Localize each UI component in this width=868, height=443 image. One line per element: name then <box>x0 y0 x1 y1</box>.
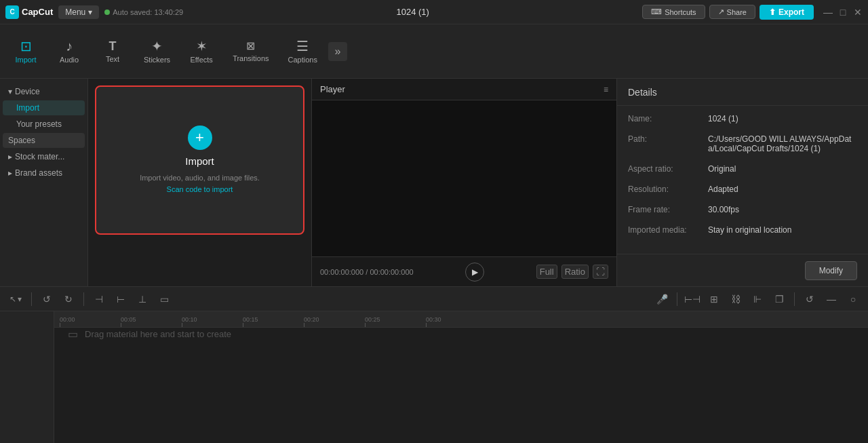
ruler-tick-4 <box>304 323 304 327</box>
play-icon: ▶ <box>472 267 478 277</box>
split-button[interactable]: ⊥ <box>133 290 152 309</box>
captions-icon: ☰ <box>296 39 309 53</box>
ruler-mark-6: 00:30 <box>426 316 487 327</box>
split-right-button[interactable]: ⊢ <box>111 290 130 309</box>
player-viewport <box>312 100 616 256</box>
logo: C CapCut <box>5 5 53 19</box>
modify-button[interactable]: Modify <box>805 261 857 280</box>
toolbar-effects[interactable]: ✶ Effects <box>181 34 222 69</box>
import-label: Import <box>15 56 36 64</box>
detail-framerate-row: Frame rate: 30.00fps <box>628 205 857 214</box>
sidebar-item-stock[interactable]: ▸ Stock mater... <box>3 149 85 164</box>
export-button[interactable]: ⬆ Export <box>760 5 814 20</box>
timeline-tool-minus[interactable]: — <box>822 290 841 309</box>
details-header: Details <box>617 79 868 106</box>
delete-button[interactable]: ▭ <box>155 290 174 309</box>
import-drop-zone[interactable]: + Import Import video, audio, and image … <box>95 85 304 235</box>
detail-resolution-value: Adapted <box>708 185 857 194</box>
sidebar-presets-label: Your presets <box>16 119 62 129</box>
toolbar-stickers[interactable]: ✦ Stickers <box>136 34 178 69</box>
text-icon: T <box>109 40 117 52</box>
sidebar-item-import[interactable]: Import <box>3 100 85 115</box>
timeline-tool-circle[interactable]: ○ <box>844 290 863 309</box>
drag-hint: ▭ Drag material here and start to create <box>68 328 231 341</box>
effects-label: Effects <box>190 56 212 64</box>
autosave-status: Auto saved: 13:40:29 <box>104 8 183 16</box>
share-button[interactable]: ↗ Share <box>709 5 755 19</box>
play-button[interactable]: ▶ <box>465 263 484 282</box>
detail-imported-label: Imported media: <box>628 225 703 235</box>
text-label: Text <box>106 55 119 63</box>
close-button[interactable]: ✕ <box>853 7 863 17</box>
ruler-mark-2: 00:10 <box>182 316 243 327</box>
export-icon: ⬆ <box>769 7 776 17</box>
audio-icon: ♪ <box>66 39 73 53</box>
sidebar-item-spaces[interactable]: Spaces <box>3 133 85 148</box>
stock-arrow-icon: ▸ <box>8 152 12 161</box>
timeline-tool-2[interactable]: ⊞ <box>705 290 724 309</box>
player-time-display: 00:00:00:000 / 00:00:00:000 <box>320 268 414 276</box>
shortcuts-button[interactable]: ⌨ Shortcuts <box>642 5 705 19</box>
player-btn-group: Full Ratio ⛶ <box>536 265 608 279</box>
toolbar-audio[interactable]: ♪ Audio <box>49 34 90 69</box>
import-title: Import <box>185 155 214 167</box>
titlebar: C CapCut Menu ▾ Auto saved: 13:40:29 102… <box>0 0 868 24</box>
timeline-tool-undo[interactable]: ↺ <box>800 290 819 309</box>
player-menu-icon[interactable]: ≡ <box>604 85 608 94</box>
detail-name-label: Name: <box>628 114 703 123</box>
sidebar: ▾ Device Import Your presets Spaces ▸ St… <box>0 79 88 286</box>
ruler-tick-6 <box>426 323 427 327</box>
menu-button[interactable]: Menu ▾ <box>58 5 99 19</box>
capcut-logo-icon: C <box>5 5 19 19</box>
toolbar-import[interactable]: ⊡ Import <box>5 34 46 69</box>
toolbar-divider-2 <box>83 292 84 306</box>
sidebar-item-device[interactable]: ▾ Device <box>3 84 85 99</box>
ratio-label[interactable]: Ratio <box>561 265 589 279</box>
detail-path-row: Path: C:/Users/GOOD WILL ALWAYS/AppData/… <box>628 134 857 153</box>
redo-button[interactable]: ↻ <box>59 290 78 309</box>
detail-path-value: C:/Users/GOOD WILL ALWAYS/AppData/Local/… <box>708 134 857 153</box>
more-tools-icon: » <box>334 45 340 58</box>
sidebar-spaces-label: Spaces <box>8 136 35 145</box>
timeline-tool-1[interactable]: ⊢⊣ <box>683 290 702 309</box>
timeline-tool-5[interactable]: ❐ <box>770 290 789 309</box>
maximize-button[interactable]: □ <box>838 7 848 17</box>
stickers-icon: ✦ <box>151 39 163 53</box>
timeline-tool-3[interactable]: ⛓ <box>726 290 745 309</box>
select-icon: ↖ <box>9 294 16 304</box>
ruler-mark-5: 00:25 <box>365 316 426 327</box>
select-tool[interactable]: ↖ ▾ <box>5 293 26 305</box>
timeline-drop-area[interactable]: ▭ Drag material here and start to create <box>54 328 868 341</box>
main-toolbar: ⊡ Import ♪ Audio T Text ✦ Stickers ✶ Eff… <box>0 24 868 79</box>
menu-label: Menu <box>65 7 85 17</box>
mic-button[interactable]: 🎤 <box>652 290 671 309</box>
ruler-tick-2 <box>182 323 182 327</box>
details-body: Name: 1024 (1) Path: C:/Users/GOOD WILL … <box>617 106 868 254</box>
toolbar-transitions[interactable]: ⊠ Transitions <box>224 35 277 68</box>
timeline: ↖ ▾ ↺ ↻ ⊣ ⊢ ⊥ ▭ 🎤 ⊢⊣ ⊞ ⛓ ⊩ ❐ <box>0 286 868 443</box>
transitions-label: Transitions <box>233 54 269 62</box>
sidebar-item-brand[interactable]: ▸ Brand assets <box>3 166 85 180</box>
panels-row: ▾ Device Import Your presets Spaces ▸ St… <box>0 79 868 286</box>
split-left-button[interactable]: ⊣ <box>90 290 108 309</box>
toolbar-text[interactable]: T Text <box>92 35 133 69</box>
more-tools-button[interactable]: » <box>328 42 347 61</box>
fullscreen-label[interactable]: Full <box>536 265 557 279</box>
scan-code-link[interactable]: Scan code to import <box>167 185 233 193</box>
export-label: Export <box>778 7 804 17</box>
detail-aspect-value: Original <box>708 164 857 174</box>
player-controls: 00:00:00:000 / 00:00:00:000 ▶ Full Ratio… <box>312 256 616 286</box>
expand-icon[interactable]: ⛶ <box>593 265 608 279</box>
detail-aspect-label: Aspect ratio: <box>628 164 703 174</box>
sidebar-item-presets[interactable]: Your presets <box>3 117 85 132</box>
titlebar-right: ⌨ Shortcuts ↗ Share ⬆ Export — □ ✕ <box>642 5 863 20</box>
undo-button[interactable]: ↺ <box>37 290 56 309</box>
select-arrow-icon: ▾ <box>18 294 22 304</box>
audio-label: Audio <box>60 56 79 64</box>
ruler-tick-0 <box>60 323 60 327</box>
timeline-tool-4[interactable]: ⊩ <box>748 290 767 309</box>
player-title: Player <box>320 84 345 94</box>
toolbar-captions[interactable]: ☰ Captions <box>280 34 326 69</box>
titlebar-left: C CapCut Menu ▾ Auto saved: 13:40:29 <box>5 5 183 19</box>
minimize-button[interactable]: — <box>823 7 833 17</box>
